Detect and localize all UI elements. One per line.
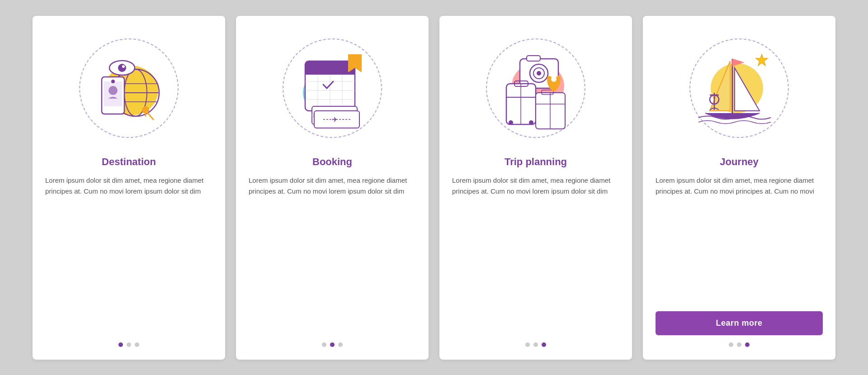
- dot-1[interactable]: [525, 342, 530, 347]
- dots-destination: [118, 342, 139, 347]
- destination-icon: [77, 36, 181, 140]
- svg-point-11: [118, 64, 126, 72]
- card-text-journey: Lorem ipsum dolor sit dim amet, mea regi…: [656, 175, 823, 304]
- dot-2[interactable]: [127, 342, 131, 347]
- dots-trip: [525, 342, 546, 347]
- illustration-trip-planning: [477, 29, 594, 147]
- dot-1[interactable]: [118, 342, 123, 347]
- dot-1[interactable]: [729, 342, 733, 347]
- svg-point-45: [529, 120, 533, 125]
- card-title-booking: Booking: [312, 156, 352, 168]
- svg-text:✈: ✈: [332, 116, 338, 123]
- dots-booking: [322, 342, 343, 347]
- illustration-journey: [680, 29, 798, 147]
- booking-icon: ✈: [278, 34, 387, 142]
- card-title-journey: Journey: [720, 156, 759, 168]
- card-title-destination: Destination: [102, 156, 156, 168]
- cards-container: Destination Lorem ipsum dolor sit dim am…: [0, 0, 868, 375]
- dot-3[interactable]: [542, 342, 546, 347]
- card-trip-planning: Trip planning Lorem ipsum dolor sit dim …: [439, 16, 632, 360]
- svg-marker-58: [756, 54, 768, 66]
- dot-1[interactable]: [322, 342, 326, 347]
- svg-point-12: [122, 65, 125, 68]
- svg-rect-19: [305, 68, 355, 75]
- card-text-destination: Lorem ipsum dolor sit dim amet, mea regi…: [45, 175, 212, 333]
- svg-point-9: [111, 80, 115, 83]
- journey-icon: [685, 34, 793, 142]
- dot-3[interactable]: [135, 342, 139, 347]
- dot-3[interactable]: [338, 342, 343, 347]
- card-journey: Journey Lorem ipsum dolor sit dim amet, …: [643, 16, 835, 360]
- svg-line-13: [147, 112, 154, 120]
- dots-journey: [729, 342, 750, 347]
- card-booking: ✈ Booking Lorem ipsum dolor sit dim amet…: [236, 16, 429, 360]
- dot-2[interactable]: [533, 342, 538, 347]
- card-text-booking: Lorem ipsum dolor sit dim amet, mea regi…: [249, 175, 416, 333]
- svg-rect-36: [527, 56, 540, 61]
- illustration-destination: [70, 29, 188, 147]
- trip-planning-icon: [481, 34, 590, 142]
- card-title-trip: Trip planning: [505, 156, 567, 168]
- svg-point-50: [551, 76, 557, 82]
- svg-point-39: [537, 71, 541, 76]
- dot-2[interactable]: [330, 342, 335, 347]
- svg-point-44: [509, 120, 513, 125]
- dot-3[interactable]: [745, 342, 750, 347]
- svg-point-8: [108, 86, 118, 95]
- card-destination: Destination Lorem ipsum dolor sit dim am…: [33, 16, 225, 360]
- card-text-trip: Lorem ipsum dolor sit dim amet, mea regi…: [452, 175, 619, 333]
- illustration-booking: ✈: [274, 29, 391, 147]
- dot-2[interactable]: [737, 342, 741, 347]
- learn-more-button[interactable]: Learn more: [656, 311, 823, 335]
